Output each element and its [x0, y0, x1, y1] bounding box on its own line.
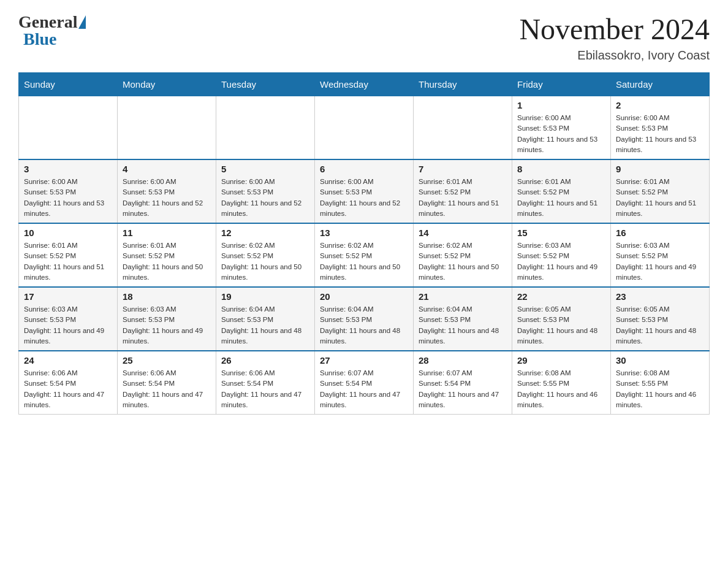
day-cell: 4Sunrise: 6:00 AMSunset: 5:53 PMDaylight…	[118, 159, 216, 223]
day-info: Sunrise: 6:06 AMSunset: 5:54 PMDaylight:…	[24, 368, 112, 410]
day-cell	[216, 96, 315, 160]
day-cell	[414, 96, 512, 160]
day-number: 28	[419, 355, 507, 366]
day-cell	[315, 96, 414, 160]
location-title: Ebilassokro, Ivory Coast	[519, 48, 710, 63]
day-info: Sunrise: 6:00 AMSunset: 5:53 PMDaylight:…	[517, 113, 605, 155]
day-info: Sunrise: 6:00 AMSunset: 5:53 PMDaylight:…	[221, 177, 309, 219]
week-row-3: 10Sunrise: 6:01 AMSunset: 5:52 PMDayligh…	[19, 223, 710, 287]
day-number: 14	[419, 228, 507, 238]
day-cell: 6Sunrise: 6:00 AMSunset: 5:53 PMDaylight…	[315, 159, 414, 223]
day-number: 17	[24, 291, 112, 302]
day-info: Sunrise: 6:00 AMSunset: 5:53 PMDaylight:…	[616, 113, 704, 155]
header-monday: Monday	[118, 73, 216, 96]
day-info: Sunrise: 6:08 AMSunset: 5:55 PMDaylight:…	[517, 368, 605, 410]
logo-triangle-icon	[78, 15, 86, 29]
week-row-2: 3Sunrise: 6:00 AMSunset: 5:53 PMDaylight…	[19, 159, 710, 223]
day-info: Sunrise: 6:04 AMSunset: 5:53 PMDaylight:…	[419, 304, 507, 347]
day-number: 21	[419, 291, 507, 302]
day-cell: 28Sunrise: 6:07 AMSunset: 5:54 PMDayligh…	[414, 351, 512, 415]
week-row-1: 1Sunrise: 6:00 AMSunset: 5:53 PMDaylight…	[19, 96, 710, 160]
day-cell: 2Sunrise: 6:00 AMSunset: 5:53 PMDaylight…	[611, 96, 710, 160]
day-cell: 8Sunrise: 6:01 AMSunset: 5:52 PMDaylight…	[512, 159, 611, 223]
header-saturday: Saturday	[611, 73, 710, 96]
day-cell: 15Sunrise: 6:03 AMSunset: 5:52 PMDayligh…	[512, 223, 611, 287]
day-info: Sunrise: 6:03 AMSunset: 5:52 PMDaylight:…	[517, 240, 605, 283]
month-title: November 2024	[519, 12, 710, 46]
day-cell: 20Sunrise: 6:04 AMSunset: 5:53 PMDayligh…	[315, 287, 414, 351]
day-cell: 19Sunrise: 6:04 AMSunset: 5:53 PMDayligh…	[216, 287, 315, 351]
day-cell: 10Sunrise: 6:01 AMSunset: 5:52 PMDayligh…	[19, 223, 118, 287]
header-wednesday: Wednesday	[315, 73, 414, 96]
day-cell: 16Sunrise: 6:03 AMSunset: 5:52 PMDayligh…	[611, 223, 710, 287]
day-info: Sunrise: 6:00 AMSunset: 5:53 PMDaylight:…	[24, 177, 112, 219]
day-info: Sunrise: 6:08 AMSunset: 5:55 PMDaylight:…	[616, 368, 704, 410]
day-number: 20	[320, 291, 408, 302]
day-number: 6	[320, 164, 408, 174]
day-cell: 3Sunrise: 6:00 AMSunset: 5:53 PMDaylight…	[19, 159, 118, 223]
day-info: Sunrise: 6:01 AMSunset: 5:52 PMDaylight:…	[123, 240, 211, 283]
day-number: 12	[221, 228, 309, 238]
day-cell: 17Sunrise: 6:03 AMSunset: 5:53 PMDayligh…	[19, 287, 118, 351]
day-cell	[118, 96, 216, 160]
day-number: 26	[221, 355, 309, 366]
day-number: 24	[24, 355, 112, 366]
day-cell: 25Sunrise: 6:06 AMSunset: 5:54 PMDayligh…	[118, 351, 216, 415]
day-info: Sunrise: 6:02 AMSunset: 5:52 PMDaylight:…	[320, 240, 408, 283]
week-row-5: 24Sunrise: 6:06 AMSunset: 5:54 PMDayligh…	[19, 351, 710, 415]
day-cell: 14Sunrise: 6:02 AMSunset: 5:52 PMDayligh…	[414, 223, 512, 287]
day-number: 25	[123, 355, 211, 366]
day-cell: 23Sunrise: 6:05 AMSunset: 5:53 PMDayligh…	[611, 287, 710, 351]
day-cell: 22Sunrise: 6:05 AMSunset: 5:53 PMDayligh…	[512, 287, 611, 351]
day-info: Sunrise: 6:02 AMSunset: 5:52 PMDaylight:…	[221, 240, 309, 283]
page-header: General Blue November 2024 Ebilassokro, …	[18, 12, 710, 63]
day-number: 23	[616, 291, 704, 302]
day-info: Sunrise: 6:00 AMSunset: 5:53 PMDaylight:…	[123, 177, 211, 219]
day-info: Sunrise: 6:01 AMSunset: 5:52 PMDaylight:…	[419, 177, 507, 219]
day-info: Sunrise: 6:07 AMSunset: 5:54 PMDaylight:…	[419, 368, 507, 410]
day-number: 27	[320, 355, 408, 366]
day-info: Sunrise: 6:01 AMSunset: 5:52 PMDaylight:…	[517, 177, 605, 219]
day-info: Sunrise: 6:06 AMSunset: 5:54 PMDaylight:…	[123, 368, 211, 410]
header-thursday: Thursday	[414, 73, 512, 96]
header-tuesday: Tuesday	[216, 73, 315, 96]
day-info: Sunrise: 6:01 AMSunset: 5:52 PMDaylight:…	[24, 240, 112, 283]
day-cell: 9Sunrise: 6:01 AMSunset: 5:52 PMDaylight…	[611, 159, 710, 223]
day-info: Sunrise: 6:02 AMSunset: 5:52 PMDaylight:…	[419, 240, 507, 283]
week-row-4: 17Sunrise: 6:03 AMSunset: 5:53 PMDayligh…	[19, 287, 710, 351]
day-info: Sunrise: 6:05 AMSunset: 5:53 PMDaylight:…	[517, 304, 605, 347]
day-number: 9	[616, 164, 704, 174]
day-number: 29	[517, 355, 605, 366]
day-info: Sunrise: 6:05 AMSunset: 5:53 PMDaylight:…	[616, 304, 704, 347]
day-cell: 30Sunrise: 6:08 AMSunset: 5:55 PMDayligh…	[611, 351, 710, 415]
day-cell	[19, 96, 118, 160]
day-info: Sunrise: 6:00 AMSunset: 5:53 PMDaylight:…	[320, 177, 408, 219]
day-number: 13	[320, 228, 408, 238]
day-number: 8	[517, 164, 605, 174]
day-number: 11	[123, 228, 211, 238]
day-number: 15	[517, 228, 605, 238]
day-cell: 26Sunrise: 6:06 AMSunset: 5:54 PMDayligh…	[216, 351, 315, 415]
title-area: November 2024 Ebilassokro, Ivory Coast	[519, 12, 710, 63]
day-number: 5	[221, 164, 309, 174]
header-friday: Friday	[512, 73, 611, 96]
day-number: 2	[616, 100, 704, 110]
day-cell: 24Sunrise: 6:06 AMSunset: 5:54 PMDayligh…	[19, 351, 118, 415]
day-number: 19	[221, 291, 309, 302]
day-cell: 21Sunrise: 6:04 AMSunset: 5:53 PMDayligh…	[414, 287, 512, 351]
day-cell: 27Sunrise: 6:07 AMSunset: 5:54 PMDayligh…	[315, 351, 414, 415]
header-sunday: Sunday	[19, 73, 118, 96]
day-info: Sunrise: 6:07 AMSunset: 5:54 PMDaylight:…	[320, 368, 408, 410]
day-cell: 29Sunrise: 6:08 AMSunset: 5:55 PMDayligh…	[512, 351, 611, 415]
day-number: 4	[123, 164, 211, 174]
day-cell: 5Sunrise: 6:00 AMSunset: 5:53 PMDaylight…	[216, 159, 315, 223]
day-info: Sunrise: 6:03 AMSunset: 5:53 PMDaylight:…	[24, 304, 112, 347]
day-cell: 1Sunrise: 6:00 AMSunset: 5:53 PMDaylight…	[512, 96, 611, 160]
header-row: SundayMondayTuesdayWednesdayThursdayFrid…	[19, 73, 710, 96]
day-number: 10	[24, 228, 112, 238]
day-info: Sunrise: 6:04 AMSunset: 5:53 PMDaylight:…	[320, 304, 408, 347]
day-cell: 11Sunrise: 6:01 AMSunset: 5:52 PMDayligh…	[118, 223, 216, 287]
calendar-table: SundayMondayTuesdayWednesdayThursdayFrid…	[18, 72, 710, 415]
logo: General Blue	[18, 12, 86, 49]
day-number: 7	[419, 164, 507, 174]
